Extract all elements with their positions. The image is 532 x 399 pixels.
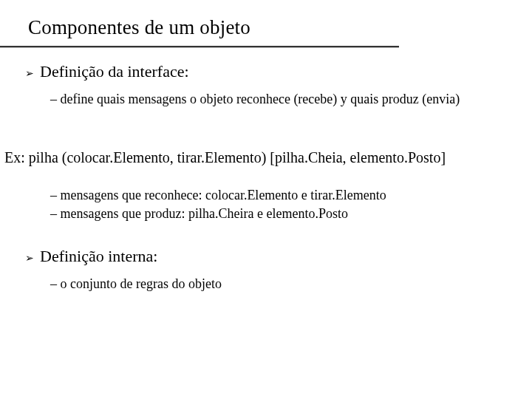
slide-title: Componentes de um objeto	[28, 16, 250, 39]
bullet-internal: ➢ Definição interna:	[25, 247, 511, 267]
content-block-1: ➢ Definição da interface: – define quais…	[25, 62, 511, 111]
example-sub-2: – mensagens que produz: pilha.Cheira e e…	[50, 205, 511, 223]
example-line: Ex: pilha (colocar.Elemento, tirar.Eleme…	[4, 149, 511, 166]
content-block-2: ➢ Definição interna: – o conjunto de reg…	[25, 247, 511, 293]
arrow-icon: ➢	[25, 65, 34, 83]
bullet-interface-label: Definição da interface:	[40, 62, 189, 81]
example-subs: – mensagens que reconhece: colocar.Eleme…	[50, 186, 511, 223]
bullet-internal-label: Definição interna:	[40, 247, 157, 266]
bullet-interface: ➢ Definição da interface:	[25, 62, 511, 83]
example-sub-1: – mensagens que reconhece: colocar.Eleme…	[50, 186, 511, 205]
bullet-internal-sub: – o conjunto de regras do objeto	[50, 275, 511, 293]
title-underline-light	[0, 47, 399, 48]
bullet-interface-sub: – define quais mensagens o objeto reconh…	[50, 90, 511, 108]
arrow-icon: ➢	[25, 250, 34, 267]
slide: { "title": "Componentes de um objeto", "…	[0, 0, 532, 399]
